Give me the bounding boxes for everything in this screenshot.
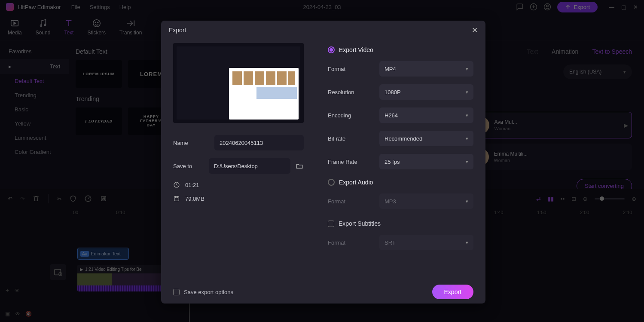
- export-video-radio[interactable]: [328, 46, 335, 53]
- saveto-label: Save to: [173, 163, 209, 169]
- export-audio-radio[interactable]: [328, 179, 335, 186]
- chevron-down-icon: ▾: [466, 159, 468, 165]
- export-preview: [173, 43, 304, 123]
- export-dialog: Export ✕ Name 20240620045113 Save to D:/…: [161, 21, 485, 304]
- audio-format-select: MP3▾: [379, 193, 473, 209]
- export-video-label: Export Video: [339, 46, 373, 53]
- svg-rect-24: [174, 196, 179, 201]
- dialog-close-button[interactable]: ✕: [472, 26, 478, 35]
- export-audio-label: Export Audio: [339, 179, 373, 186]
- dialog-title: Export: [169, 27, 186, 34]
- browse-folder-button[interactable]: [296, 161, 304, 171]
- size-value: 79.0MB: [185, 196, 204, 202]
- clock-icon: [173, 181, 180, 188]
- chevron-down-icon: ▾: [466, 136, 468, 141]
- duration-value: 01:21: [185, 182, 199, 188]
- name-input[interactable]: 20240620045113: [214, 135, 304, 150]
- saveto-input[interactable]: D:/Users/Desktop: [209, 158, 290, 174]
- encoding-select[interactable]: H264▾: [379, 107, 473, 123]
- subtitle-format-select: SRT▾: [379, 235, 473, 250]
- disk-icon: [173, 195, 180, 202]
- export-confirm-button[interactable]: Export: [432, 285, 473, 299]
- chevron-down-icon: ▾: [466, 199, 468, 204]
- name-label: Name: [173, 140, 214, 146]
- framerate-select[interactable]: 25 fps▾: [379, 154, 473, 169]
- format-select[interactable]: MP4▾: [379, 61, 473, 77]
- export-subtitles-checkbox[interactable]: [328, 221, 334, 227]
- bitrate-select[interactable]: Recommended▾: [379, 131, 473, 146]
- chevron-down-icon: ▾: [466, 66, 468, 72]
- save-export-options-checkbox[interactable]: [173, 289, 180, 295]
- resolution-select[interactable]: 1080P▾: [379, 84, 473, 100]
- chevron-down-icon: ▾: [466, 89, 468, 95]
- export-subtitles-label: Export Subtitles: [339, 220, 381, 227]
- chevron-down-icon: ▾: [466, 113, 468, 118]
- chevron-down-icon: ▾: [466, 240, 468, 245]
- svg-rect-25: [175, 196, 177, 198]
- save-export-options-label: Save export options: [184, 289, 233, 295]
